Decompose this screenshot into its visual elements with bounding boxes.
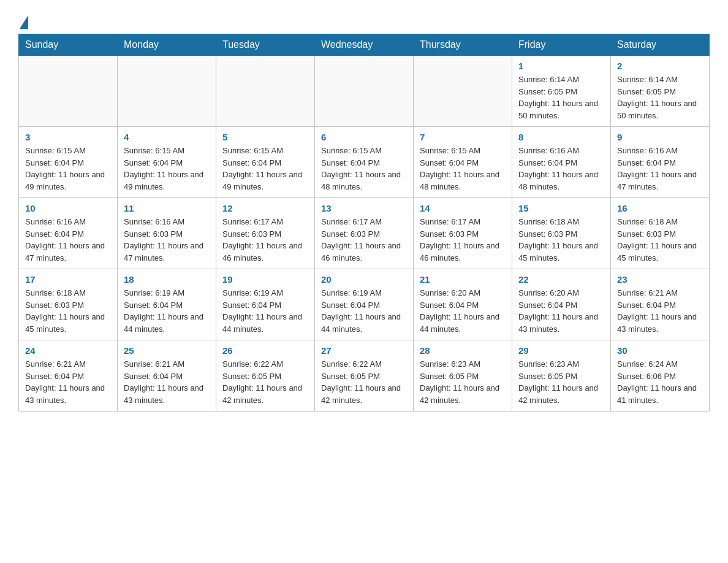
day-info: Sunrise: 6:21 AMSunset: 6:04 PMDaylight:…: [25, 358, 111, 406]
calendar-cell: 22Sunrise: 6:20 AMSunset: 6:04 PMDayligh…: [512, 269, 611, 340]
day-info: Sunrise: 6:22 AMSunset: 6:05 PMDaylight:…: [321, 358, 407, 406]
day-info: Sunrise: 6:19 AMSunset: 6:04 PMDaylight:…: [124, 287, 210, 335]
day-info: Sunrise: 6:14 AMSunset: 6:05 PMDaylight:…: [518, 74, 604, 121]
day-number: 23: [617, 274, 703, 285]
day-number: 14: [420, 203, 506, 213]
day-number: 11: [124, 203, 210, 213]
weekday-header-wednesday: Wednesday: [315, 34, 414, 56]
week-row-5: 24Sunrise: 6:21 AMSunset: 6:04 PMDayligh…: [19, 340, 710, 412]
calendar-cell: 6Sunrise: 6:15 AMSunset: 6:04 PMDaylight…: [315, 127, 414, 198]
day-info: Sunrise: 6:15 AMSunset: 6:04 PMDaylight:…: [321, 145, 407, 193]
day-info: Sunrise: 6:21 AMSunset: 6:04 PMDaylight:…: [617, 287, 703, 335]
day-number: 13: [321, 203, 407, 213]
calendar-table: SundayMondayTuesdayWednesdayThursdayFrid…: [18, 34, 710, 412]
day-number: 1: [518, 61, 604, 71]
day-number: 12: [222, 203, 308, 213]
day-number: 24: [25, 345, 111, 356]
day-number: 17: [25, 274, 111, 285]
calendar-cell: [19, 56, 118, 127]
day-number: 15: [518, 203, 604, 213]
day-number: 30: [617, 345, 703, 356]
day-info: Sunrise: 6:16 AMSunset: 6:04 PMDaylight:…: [518, 145, 604, 193]
weekday-header-friday: Friday: [512, 34, 611, 56]
day-info: Sunrise: 6:15 AMSunset: 6:04 PMDaylight:…: [222, 145, 308, 193]
calendar-cell: 20Sunrise: 6:19 AMSunset: 6:04 PMDayligh…: [315, 269, 414, 340]
calendar-cell: 7Sunrise: 6:15 AMSunset: 6:04 PMDaylight…: [414, 127, 512, 198]
day-number: 18: [124, 274, 210, 285]
weekday-header-thursday: Thursday: [414, 34, 512, 56]
day-number: 29: [518, 345, 604, 356]
day-info: Sunrise: 6:19 AMSunset: 6:04 PMDaylight:…: [222, 287, 308, 335]
day-info: Sunrise: 6:20 AMSunset: 6:04 PMDaylight:…: [420, 287, 506, 335]
day-number: 3: [25, 132, 111, 142]
calendar-cell: 21Sunrise: 6:20 AMSunset: 6:04 PMDayligh…: [414, 269, 512, 340]
day-info: Sunrise: 6:19 AMSunset: 6:04 PMDaylight:…: [321, 287, 407, 335]
day-number: 6: [321, 132, 407, 142]
day-number: 8: [518, 132, 604, 142]
weekday-header-row: SundayMondayTuesdayWednesdayThursdayFrid…: [19, 34, 710, 56]
calendar-cell: 17Sunrise: 6:18 AMSunset: 6:03 PMDayligh…: [19, 269, 118, 340]
weekday-header-sunday: Sunday: [19, 34, 118, 56]
calendar-cell: 23Sunrise: 6:21 AMSunset: 6:04 PMDayligh…: [611, 269, 710, 340]
day-number: 2: [617, 61, 703, 71]
calendar-cell: 13Sunrise: 6:17 AMSunset: 6:03 PMDayligh…: [315, 198, 414, 269]
day-number: 28: [420, 345, 506, 356]
calendar-cell: 4Sunrise: 6:15 AMSunset: 6:04 PMDaylight…: [118, 127, 216, 198]
day-info: Sunrise: 6:16 AMSunset: 6:04 PMDaylight:…: [617, 145, 703, 193]
day-number: 26: [222, 345, 308, 356]
calendar-cell: [414, 56, 512, 127]
week-row-1: 1Sunrise: 6:14 AMSunset: 6:05 PMDaylight…: [19, 56, 710, 127]
weekday-header-tuesday: Tuesday: [216, 34, 315, 56]
day-info: Sunrise: 6:17 AMSunset: 6:03 PMDaylight:…: [321, 216, 407, 264]
day-info: Sunrise: 6:15 AMSunset: 6:04 PMDaylight:…: [25, 145, 111, 193]
page-header: [18, 12, 710, 28]
calendar-cell: 15Sunrise: 6:18 AMSunset: 6:03 PMDayligh…: [512, 198, 611, 269]
calendar-cell: 27Sunrise: 6:22 AMSunset: 6:05 PMDayligh…: [315, 340, 414, 412]
calendar-cell: 14Sunrise: 6:17 AMSunset: 6:03 PMDayligh…: [414, 198, 512, 269]
week-row-3: 10Sunrise: 6:16 AMSunset: 6:04 PMDayligh…: [19, 198, 710, 269]
calendar-cell: 8Sunrise: 6:16 AMSunset: 6:04 PMDaylight…: [512, 127, 611, 198]
day-number: 21: [420, 274, 506, 285]
day-info: Sunrise: 6:18 AMSunset: 6:03 PMDaylight:…: [617, 216, 703, 264]
calendar-cell: 25Sunrise: 6:21 AMSunset: 6:04 PMDayligh…: [118, 340, 216, 412]
day-number: 25: [124, 345, 210, 356]
day-info: Sunrise: 6:16 AMSunset: 6:04 PMDaylight:…: [25, 216, 111, 264]
calendar-cell: 1Sunrise: 6:14 AMSunset: 6:05 PMDaylight…: [512, 56, 611, 127]
calendar-cell: 24Sunrise: 6:21 AMSunset: 6:04 PMDayligh…: [19, 340, 118, 412]
calendar-cell: 30Sunrise: 6:24 AMSunset: 6:06 PMDayligh…: [611, 340, 710, 412]
calendar-cell: 12Sunrise: 6:17 AMSunset: 6:03 PMDayligh…: [216, 198, 315, 269]
calendar-cell: 18Sunrise: 6:19 AMSunset: 6:04 PMDayligh…: [118, 269, 216, 340]
day-info: Sunrise: 6:23 AMSunset: 6:05 PMDaylight:…: [518, 358, 604, 406]
calendar-cell: 26Sunrise: 6:22 AMSunset: 6:05 PMDayligh…: [216, 340, 315, 412]
calendar-cell: 10Sunrise: 6:16 AMSunset: 6:04 PMDayligh…: [19, 198, 118, 269]
calendar-cell: 9Sunrise: 6:16 AMSunset: 6:04 PMDaylight…: [611, 127, 710, 198]
day-info: Sunrise: 6:14 AMSunset: 6:05 PMDaylight:…: [617, 74, 703, 121]
day-info: Sunrise: 6:18 AMSunset: 6:03 PMDaylight:…: [25, 287, 111, 335]
day-number: 5: [222, 132, 308, 142]
day-info: Sunrise: 6:24 AMSunset: 6:06 PMDaylight:…: [617, 358, 703, 406]
calendar-cell: 3Sunrise: 6:15 AMSunset: 6:04 PMDaylight…: [19, 127, 118, 198]
week-row-2: 3Sunrise: 6:15 AMSunset: 6:04 PMDaylight…: [19, 127, 710, 198]
calendar-cell: 5Sunrise: 6:15 AMSunset: 6:04 PMDaylight…: [216, 127, 315, 198]
logo-triangle-icon: [20, 15, 28, 29]
day-info: Sunrise: 6:17 AMSunset: 6:03 PMDaylight:…: [222, 216, 308, 264]
day-number: 20: [321, 274, 407, 285]
calendar-cell: [216, 56, 315, 127]
day-info: Sunrise: 6:15 AMSunset: 6:04 PMDaylight:…: [124, 145, 210, 193]
weekday-header-saturday: Saturday: [611, 34, 710, 56]
calendar-cell: 19Sunrise: 6:19 AMSunset: 6:04 PMDayligh…: [216, 269, 315, 340]
calendar-cell: 16Sunrise: 6:18 AMSunset: 6:03 PMDayligh…: [611, 198, 710, 269]
day-info: Sunrise: 6:23 AMSunset: 6:05 PMDaylight:…: [420, 358, 506, 406]
day-info: Sunrise: 6:21 AMSunset: 6:04 PMDaylight:…: [124, 358, 210, 406]
day-number: 19: [222, 274, 308, 285]
calendar-cell: 28Sunrise: 6:23 AMSunset: 6:05 PMDayligh…: [414, 340, 512, 412]
calendar-cell: [315, 56, 414, 127]
day-info: Sunrise: 6:18 AMSunset: 6:03 PMDaylight:…: [518, 216, 604, 264]
day-number: 4: [124, 132, 210, 142]
day-number: 27: [321, 345, 407, 356]
week-row-4: 17Sunrise: 6:18 AMSunset: 6:03 PMDayligh…: [19, 269, 710, 340]
calendar-cell: 29Sunrise: 6:23 AMSunset: 6:05 PMDayligh…: [512, 340, 611, 412]
day-info: Sunrise: 6:16 AMSunset: 6:03 PMDaylight:…: [124, 216, 210, 264]
day-info: Sunrise: 6:15 AMSunset: 6:04 PMDaylight:…: [420, 145, 506, 193]
day-info: Sunrise: 6:17 AMSunset: 6:03 PMDaylight:…: [420, 216, 506, 264]
